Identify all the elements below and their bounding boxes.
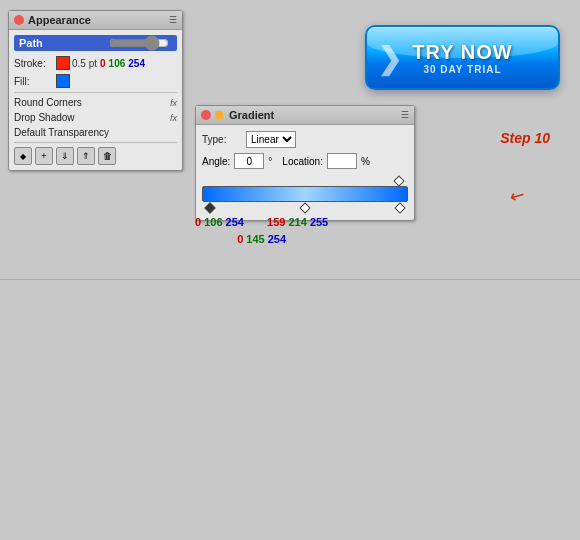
appearance-panel: Appearance ☰ Path Stroke: 0.5 pt 0 106 2… bbox=[8, 10, 183, 171]
path-label: Path bbox=[19, 37, 43, 49]
blue-g3: 145 bbox=[246, 233, 264, 245]
round-corners-fx[interactable]: fx bbox=[170, 98, 177, 108]
gradient-min-btn[interactable] bbox=[215, 111, 223, 119]
appearance-title: Appearance bbox=[28, 14, 91, 26]
try-now-blue-button[interactable]: ❯ TRY NOW 30 DAY TRIAL bbox=[365, 25, 560, 90]
type-select[interactable]: Linear bbox=[246, 131, 296, 148]
stroke-b: 254 bbox=[128, 58, 145, 69]
close-btn[interactable] bbox=[14, 15, 24, 25]
gradient-title: Gradient bbox=[229, 109, 274, 121]
appearance-toolbar: ◆ + ⇓ ⇑ 🗑 bbox=[14, 147, 177, 165]
transparency-label: Default Transparency bbox=[14, 127, 177, 138]
stroke-g: 106 bbox=[109, 58, 126, 69]
stroke-label: Stroke: bbox=[14, 58, 56, 69]
blue-r3: 0 bbox=[237, 233, 243, 245]
angle-label: Angle: bbox=[202, 156, 230, 167]
drop-shadow-label: Drop Shadow bbox=[14, 112, 170, 123]
panel-menu-icon[interactable]: ☰ bbox=[169, 15, 177, 25]
bottom-stop-left[interactable] bbox=[204, 202, 215, 213]
chevron-icon-blue: ❯ bbox=[377, 40, 402, 75]
stroke-color-swatch[interactable] bbox=[56, 56, 70, 70]
step-label: Step 10 bbox=[500, 130, 550, 146]
blue-r2: 159 bbox=[267, 216, 285, 228]
drop-shadow-fx[interactable]: fx bbox=[170, 113, 177, 123]
try-now-blue-text: TRY NOW bbox=[412, 41, 512, 64]
blue-b3: 254 bbox=[268, 233, 286, 245]
gradient-titlebar-blue[interactable]: Gradient ☰ bbox=[196, 106, 414, 125]
gradient-close-btn[interactable] bbox=[201, 110, 211, 120]
top-section: Appearance ☰ Path Stroke: 0.5 pt 0 106 2… bbox=[0, 0, 580, 280]
toolbar-btn-1[interactable]: ◆ bbox=[14, 147, 32, 165]
round-corners-label: Round Corners bbox=[14, 97, 170, 108]
bottom-stop-right[interactable] bbox=[394, 202, 405, 213]
stroke-row: Stroke: 0.5 pt 0 106 254 bbox=[14, 56, 177, 70]
toolbar-btn-3[interactable]: ⇓ bbox=[56, 147, 74, 165]
degree-sign: ° bbox=[268, 156, 272, 167]
percent-sign: % bbox=[361, 156, 370, 167]
stroke-r: 0 bbox=[100, 58, 106, 69]
gradient-bar-blue[interactable] bbox=[202, 186, 408, 202]
bottom-section: Gradient ☰ bbox=[0, 280, 580, 540]
gradient-type-row: Type: Linear bbox=[202, 131, 408, 148]
blue-g1: 106 bbox=[204, 216, 222, 228]
appearance-body: Path Stroke: 0.5 pt 0 106 254 Fill: Roun… bbox=[9, 30, 182, 170]
fill-row: Fill: bbox=[14, 74, 177, 88]
blue-color-values: 0 106 254 159 214 255 0 145 254 bbox=[195, 214, 328, 249]
blue-g2: 214 bbox=[288, 216, 306, 228]
angle-loc-row: Angle: ° Location: % bbox=[202, 153, 408, 169]
transparency-row: Default Transparency bbox=[14, 127, 177, 138]
stroke-value: 0.5 pt bbox=[72, 58, 97, 69]
type-label: Type: bbox=[202, 134, 242, 145]
toolbar-btn-5[interactable]: 🗑 bbox=[98, 147, 116, 165]
gradient-menu-icon[interactable]: ☰ bbox=[401, 110, 409, 120]
path-opacity-slider[interactable] bbox=[109, 39, 169, 47]
path-row: Path bbox=[14, 35, 177, 51]
bottom-stop-center[interactable] bbox=[299, 202, 310, 213]
blue-r1: 0 bbox=[195, 216, 201, 228]
location-input[interactable] bbox=[327, 153, 357, 169]
try-now-blue-sub: 30 DAY TRIAL bbox=[423, 64, 501, 75]
drop-shadow-row: Drop Shadow fx bbox=[14, 112, 177, 123]
toolbar-btn-2[interactable]: + bbox=[35, 147, 53, 165]
top-stop-right[interactable] bbox=[393, 175, 404, 186]
angle-input[interactable] bbox=[234, 153, 264, 169]
appearance-titlebar[interactable]: Appearance ☰ bbox=[9, 11, 182, 30]
toolbar-btn-4[interactable]: ⇑ bbox=[77, 147, 95, 165]
location-label: Location: bbox=[282, 156, 323, 167]
blue-b1: 254 bbox=[226, 216, 244, 228]
round-corners-row: Round Corners fx bbox=[14, 97, 177, 108]
gradient-panel-blue: Gradient ☰ Type: Linear Angle: ° Locatio… bbox=[195, 105, 415, 221]
fill-color-swatch[interactable] bbox=[56, 74, 70, 88]
arrow-down-icon: ↙ bbox=[506, 183, 530, 210]
fill-label: Fill: bbox=[14, 76, 56, 87]
blue-b2: 255 bbox=[310, 216, 328, 228]
gradient-body-blue: Type: Linear Angle: ° Location: % bbox=[196, 125, 414, 220]
gradient-bar-wrapper bbox=[202, 177, 408, 214]
